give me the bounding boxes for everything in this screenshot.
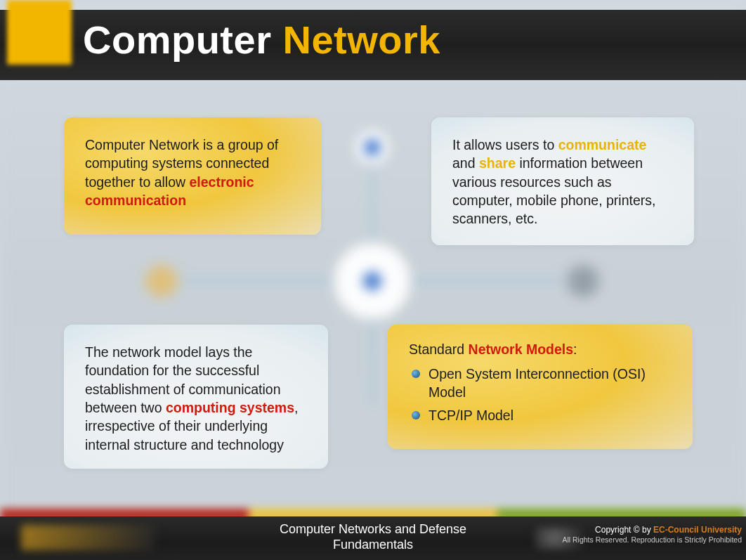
card-highlight: communicate bbox=[558, 137, 647, 152]
card-highlight: computing systems bbox=[166, 400, 294, 415]
slide-background bbox=[0, 0, 746, 560]
card-definition: Computer Network is a group of computing… bbox=[64, 117, 321, 235]
copyright-prefix: Copyright © by bbox=[595, 525, 653, 535]
slide-title: Computer Network bbox=[83, 17, 440, 63]
model-list: Open System Interconnection (OSI) Model … bbox=[409, 365, 672, 424]
card-standard-models: Standard Network Models: Open System Int… bbox=[388, 325, 693, 449]
slide-header: Computer Network bbox=[0, 10, 746, 80]
card-highlight: share bbox=[479, 155, 516, 171]
card-text: Standard bbox=[409, 341, 469, 357]
list-item: TCP/IP Model bbox=[428, 407, 672, 424]
list-item: Open System Interconnection (OSI) Model bbox=[428, 365, 672, 401]
card-highlight: Network Models bbox=[469, 341, 574, 357]
title-part-2: Network bbox=[283, 18, 440, 62]
title-part-1: Computer bbox=[83, 18, 283, 62]
card-text: : bbox=[573, 341, 577, 357]
copyright-org: EC-Council University bbox=[653, 525, 742, 535]
card-text: and bbox=[452, 155, 479, 171]
card-network-model: The network model lays the foundation fo… bbox=[64, 325, 328, 469]
card-text: It allows users to bbox=[452, 137, 558, 152]
card-list-title: Standard Network Models: bbox=[409, 340, 672, 358]
slide-footer: Computer Networks and Defense Fundamenta… bbox=[0, 516, 746, 560]
card-purpose: It allows users to communicate and share… bbox=[431, 117, 694, 245]
header-accent-square bbox=[7, 0, 72, 65]
copyright-rights: All Rights Reserved. Reproduction is Str… bbox=[562, 535, 742, 545]
footer-copyright: Copyright © by EC-Council University All… bbox=[562, 525, 742, 545]
